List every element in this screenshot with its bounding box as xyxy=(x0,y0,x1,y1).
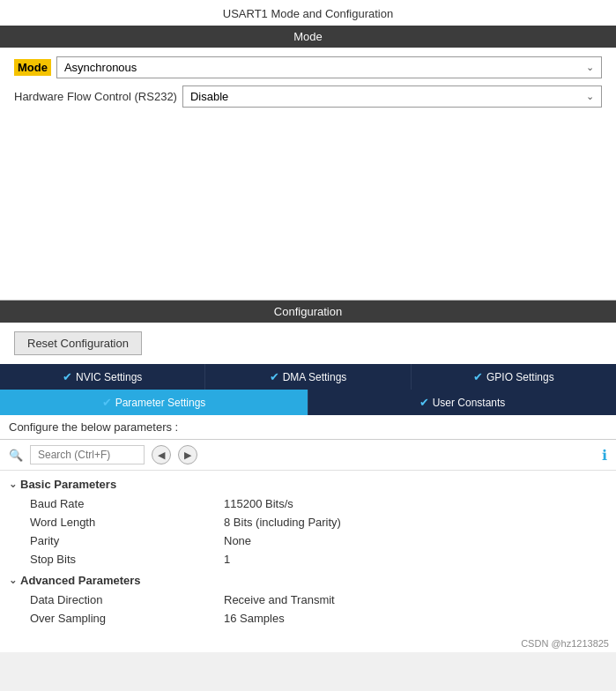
baud-rate-value: 115200 Bits/s xyxy=(224,497,293,510)
stop-bits-name: Stop Bits xyxy=(30,553,224,566)
config-section: Configuration Reset Configuration ✔ NVIC… xyxy=(0,300,616,652)
param-row-baud-rate: Baud Rate 115200 Bits/s xyxy=(9,494,607,513)
tab-user-constants[interactable]: ✔ User Constants xyxy=(308,390,616,415)
param-row-word-length: Word Length 8 Bits (including Parity) xyxy=(9,513,607,531)
mode-dropdown-arrow: ⌄ xyxy=(586,62,594,73)
mode-section-header: Mode xyxy=(0,26,616,48)
dma-tab-label: DMA Settings xyxy=(283,371,347,383)
mode-field-row: Mode Asynchronous ⌄ xyxy=(14,56,602,78)
reset-btn-area: Reset Configuration xyxy=(0,323,616,364)
page-title: USART1 Mode and Configuration xyxy=(0,0,616,26)
search-icon: 🔍 xyxy=(9,449,23,462)
tab-dma-settings[interactable]: ✔ DMA Settings xyxy=(205,364,411,390)
param-row-parity: Parity None xyxy=(9,531,607,550)
user-const-tab-label: User Constants xyxy=(433,397,506,409)
stop-bits-value: 1 xyxy=(224,553,230,566)
word-length-name: Word Length xyxy=(30,516,224,529)
config-section-header: Configuration xyxy=(0,301,616,323)
basic-params-toggle[interactable]: ⌄ Basic Parameters xyxy=(9,478,607,491)
nav-prev-button[interactable]: ◀ xyxy=(152,445,171,464)
watermark: CSDN @hz1213825 xyxy=(0,635,616,652)
gpio-tab-label: GPIO Settings xyxy=(486,371,554,383)
word-length-value: 8 Bits (including Parity) xyxy=(224,516,341,529)
advanced-chevron-icon: ⌄ xyxy=(9,575,17,586)
user-const-check-icon: ✔ xyxy=(419,396,429,409)
tab-gpio-settings[interactable]: ✔ GPIO Settings xyxy=(412,364,616,390)
mode-select-value: Asynchronous xyxy=(64,61,137,74)
data-direction-name: Data Direction xyxy=(30,593,224,606)
basic-params-label: Basic Parameters xyxy=(20,478,116,491)
param-row-data-direction: Data Direction Receive and Transmit xyxy=(9,591,607,609)
param-row-over-sampling: Over Sampling 16 Samples xyxy=(9,609,607,628)
tabs-row2: ✔ Parameter Settings ✔ User Constants xyxy=(0,390,616,415)
mode-select[interactable]: Asynchronous ⌄ xyxy=(56,56,602,78)
advanced-params-label: Advanced Parameters xyxy=(20,574,141,587)
advanced-params-toggle[interactable]: ⌄ Advanced Parameters xyxy=(9,574,607,587)
parity-name: Parity xyxy=(30,534,224,547)
param-row-stop-bits: Stop Bits 1 xyxy=(9,550,607,568)
param-tab-label: Parameter Settings xyxy=(115,397,206,409)
params-area: ⌄ Basic Parameters Baud Rate 115200 Bits… xyxy=(0,471,616,635)
spacer xyxy=(0,123,616,300)
flow-control-field-row: Hardware Flow Control (RS232) Disable ⌄ xyxy=(14,85,602,108)
flow-control-select[interactable]: Disable ⌄ xyxy=(182,85,602,108)
over-sampling-name: Over Sampling xyxy=(30,612,224,625)
nav-next-button[interactable]: ▶ xyxy=(178,445,197,464)
flow-control-dropdown-arrow: ⌄ xyxy=(586,91,594,102)
mode-section: Mode Asynchronous ⌄ Hardware Flow Contro… xyxy=(0,48,616,123)
over-sampling-value: 16 Samples xyxy=(224,612,285,625)
nvic-check-icon: ✔ xyxy=(63,370,72,383)
tab-nvic-settings[interactable]: ✔ NVIC Settings xyxy=(0,364,205,390)
tab-parameter-settings[interactable]: ✔ Parameter Settings xyxy=(0,390,308,415)
flow-control-select-value: Disable xyxy=(190,90,228,103)
data-direction-value: Receive and Transmit xyxy=(224,593,335,606)
flow-control-label: Hardware Flow Control (RS232) xyxy=(14,90,177,103)
dma-check-icon: ✔ xyxy=(270,370,279,383)
param-check-icon: ✔ xyxy=(102,396,112,409)
info-icon[interactable]: ℹ xyxy=(602,447,607,464)
mode-label: Mode xyxy=(14,59,51,76)
nvic-tab-label: NVIC Settings xyxy=(76,371,142,383)
basic-chevron-icon: ⌄ xyxy=(9,479,17,490)
reset-config-button[interactable]: Reset Configuration xyxy=(14,331,142,355)
tabs-row1: ✔ NVIC Settings ✔ DMA Settings ✔ GPIO Se… xyxy=(0,364,616,390)
gpio-check-icon: ✔ xyxy=(473,370,483,383)
search-input[interactable] xyxy=(30,445,145,464)
search-row: 🔍 ◀ ▶ ℹ xyxy=(0,440,616,471)
configure-text: Configure the below parameters : xyxy=(0,415,616,440)
main-container: USART1 Mode and Configuration Mode Mode … xyxy=(0,0,616,652)
baud-rate-name: Baud Rate xyxy=(30,497,224,510)
parity-value: None xyxy=(224,534,251,547)
